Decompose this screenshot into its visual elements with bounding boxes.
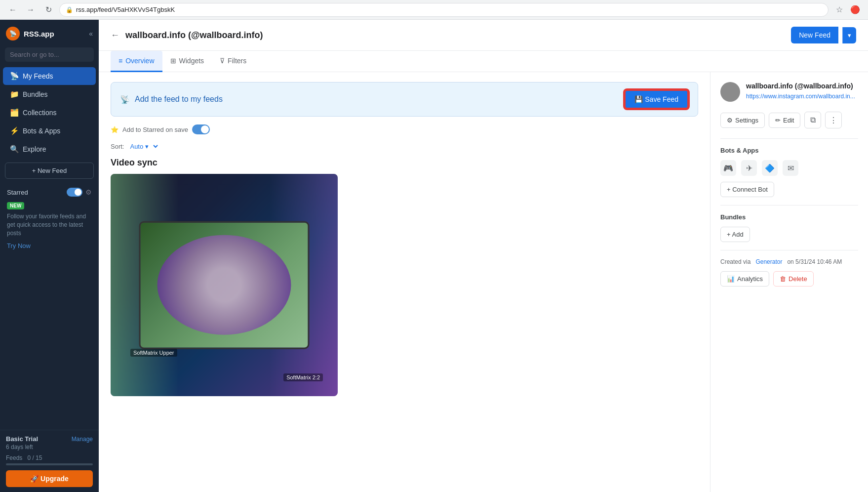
watermark-2: SoftMatrix 2:2 bbox=[283, 373, 323, 381]
settings-icon: ⚙ bbox=[727, 117, 733, 124]
my-feeds-icon: 📡 bbox=[10, 72, 19, 81]
feed-info: wallboard.info (@wallboard.info) https:/… bbox=[746, 82, 855, 100]
extensions-button[interactable]: 🔴 bbox=[848, 3, 862, 17]
browser-chrome: ← → ↻ 🔒 rss.app/feed/V5aHXKVvS4TgbskK ☆ … bbox=[0, 0, 868, 20]
collapse-button[interactable]: « bbox=[89, 30, 93, 38]
watermark-1: SoftMatrix Upper bbox=[130, 349, 177, 357]
logo-text: RSS.app bbox=[24, 30, 54, 38]
analytics-button[interactable]: 📊 Analytics bbox=[720, 271, 769, 287]
add-feed-text: 📡 Add the feed to my feeds bbox=[120, 95, 223, 104]
telegram-bot-icon[interactable]: ✈ bbox=[741, 160, 757, 176]
connect-bot-button[interactable]: + Connect Bot bbox=[720, 182, 774, 197]
divider-3 bbox=[720, 250, 858, 250]
refresh-button[interactable]: ↻ bbox=[41, 3, 55, 17]
sort-label: Sort: bbox=[111, 143, 124, 150]
add-feed-banner: 📡 Add the feed to my feeds 💾 Save Feed bbox=[111, 82, 698, 117]
settings-button[interactable]: ⚙ Settings bbox=[720, 113, 765, 128]
sidebar-item-bundles[interactable]: 📁 Bundles bbox=[3, 85, 96, 103]
page-title: wallboard.info (@wallboard.info) bbox=[125, 30, 263, 41]
tab-overview[interactable]: ≡ Overview bbox=[111, 51, 162, 72]
edit-button[interactable]: ✏ Edit bbox=[769, 113, 800, 128]
sort-row: Sort: Auto ▾ Newest Oldest bbox=[111, 142, 698, 151]
search-input[interactable] bbox=[5, 47, 94, 62]
star-icon: ⭐ bbox=[111, 126, 118, 133]
feed-url-link[interactable]: https://www.instagram.com/wallboard.in..… bbox=[746, 93, 855, 100]
filters-icon: ⊽ bbox=[220, 57, 225, 65]
starred-on-save-label: Add to Starred on save bbox=[122, 126, 188, 133]
my-feeds-label: My Feeds bbox=[23, 72, 53, 80]
widgets-icon: ⊞ bbox=[170, 57, 176, 65]
overview-label: Overview bbox=[125, 57, 154, 65]
save-feed-button[interactable]: 💾 Save Feed bbox=[624, 89, 689, 109]
sidebar-item-bots-apps[interactable]: ⚡ Bots & Apps bbox=[3, 122, 96, 140]
manage-link[interactable]: Manage bbox=[72, 436, 93, 443]
tabs-bar: ≡ Overview ⊞ Widgets ⊽ Filters bbox=[99, 51, 868, 72]
sidebar-logo: 📡 RSS.app bbox=[6, 27, 54, 41]
starred-toggle[interactable] bbox=[67, 188, 82, 197]
content-area: 📡 Add the feed to my feeds 💾 Save Feed ⭐… bbox=[99, 72, 868, 492]
trial-label: Basic Trial bbox=[6, 435, 38, 443]
feeds-count: 0 / 15 bbox=[27, 454, 42, 461]
main-content: ← wallboard.info (@wallboard.info) New F… bbox=[99, 20, 868, 492]
bundles-section: Bundles + Add bbox=[720, 213, 858, 242]
back-button[interactable]: ← bbox=[6, 3, 20, 17]
filters-label: Filters bbox=[228, 57, 246, 65]
email-bot-icon[interactable]: ✉ bbox=[783, 160, 798, 176]
address-bar[interactable]: 🔒 rss.app/feed/V5aHXKVvS4TgbskK bbox=[59, 3, 829, 17]
starred-on-save-row: ⭐ Add to Starred on save bbox=[111, 124, 698, 134]
new-feed-sidebar-button[interactable]: + New Feed bbox=[5, 163, 94, 179]
bots-apps-label: Bots & Apps bbox=[23, 127, 60, 135]
settings-label: Settings bbox=[735, 117, 758, 124]
delete-label: Delete bbox=[789, 275, 807, 283]
starred-section: Starred ⚙ NEW Follow your favorite feeds… bbox=[0, 183, 99, 253]
generator-link[interactable]: Generator bbox=[755, 258, 782, 265]
sidebar-nav: 📡 My Feeds 📁 Bundles 🗂️ Collections ⚡ Bo… bbox=[0, 67, 99, 159]
more-button[interactable]: ⋮ bbox=[825, 112, 842, 128]
bundles-section-label: Bundles bbox=[720, 213, 858, 221]
analytics-icon: 📊 bbox=[727, 275, 735, 283]
explore-icon: 🔍 bbox=[10, 145, 19, 154]
sort-select[interactable]: Auto ▾ Newest Oldest bbox=[128, 142, 159, 151]
sidebar-item-explore[interactable]: 🔍 Explore bbox=[3, 140, 96, 158]
sidebar-item-collections[interactable]: 🗂️ Collections bbox=[3, 104, 96, 122]
feeds-label: Feeds 0 / 15 bbox=[6, 454, 93, 461]
tab-widgets[interactable]: ⊞ Widgets bbox=[162, 51, 212, 72]
topbar-left: ← wallboard.info (@wallboard.info) bbox=[111, 30, 263, 41]
tab-filters[interactable]: ⊽ Filters bbox=[212, 51, 254, 72]
delete-button[interactable]: 🗑 Delete bbox=[773, 271, 814, 287]
copy-button[interactable]: ⧉ bbox=[804, 112, 821, 128]
bundles-label: Bundles bbox=[23, 90, 48, 98]
bookmark-button[interactable]: ☆ bbox=[832, 3, 846, 17]
add-bundle-button[interactable]: + Add bbox=[720, 227, 750, 242]
discord-bot-icon[interactable]: 🎮 bbox=[720, 160, 736, 176]
forward-button[interactable]: → bbox=[24, 3, 38, 17]
topbar: ← wallboard.info (@wallboard.info) New F… bbox=[99, 20, 868, 51]
bots-apps-section: Bots & Apps 🎮 ✈ 🔷 ✉ + Connect Bot bbox=[720, 147, 858, 197]
widgets-label: Widgets bbox=[179, 57, 204, 65]
feed-avatar bbox=[720, 82, 740, 102]
new-feed-dropdown-button[interactable]: ▾ bbox=[842, 27, 856, 43]
feed-profile: wallboard.info (@wallboard.info) https:/… bbox=[720, 82, 858, 102]
bundles-icon: 📁 bbox=[10, 90, 19, 99]
starred-settings-button[interactable]: ⚙ bbox=[85, 188, 92, 196]
back-navigation-button[interactable]: ← bbox=[111, 30, 119, 41]
edit-icon: ✏ bbox=[775, 117, 781, 124]
divider-2 bbox=[720, 205, 858, 205]
new-feed-top-button[interactable]: New Feed bbox=[791, 27, 838, 43]
analytics-label: Analytics bbox=[737, 275, 763, 283]
danger-actions: 📊 Analytics 🗑 Delete bbox=[720, 271, 858, 287]
starred-label: Starred bbox=[7, 189, 28, 196]
starred-on-save-toggle[interactable] bbox=[192, 124, 210, 134]
collections-icon: 🗂️ bbox=[10, 108, 19, 117]
collections-label: Collections bbox=[23, 109, 56, 117]
try-now-link[interactable]: Try Now bbox=[7, 242, 31, 249]
bots-icons: 🎮 ✈ 🔷 ✉ bbox=[720, 160, 858, 176]
slack-bot-icon[interactable]: 🔷 bbox=[762, 160, 778, 176]
created-date: on 5/31/24 10:46 AM bbox=[787, 258, 842, 265]
new-badge: NEW bbox=[7, 202, 24, 209]
upgrade-button[interactable]: 🚀 Upgrade bbox=[6, 470, 93, 487]
bots-apps-section-label: Bots & Apps bbox=[720, 147, 858, 154]
delete-icon: 🗑 bbox=[780, 275, 786, 283]
sidebar-item-my-feeds[interactable]: 📡 My Feeds bbox=[3, 67, 96, 85]
more-icon: ⋮ bbox=[829, 116, 837, 125]
